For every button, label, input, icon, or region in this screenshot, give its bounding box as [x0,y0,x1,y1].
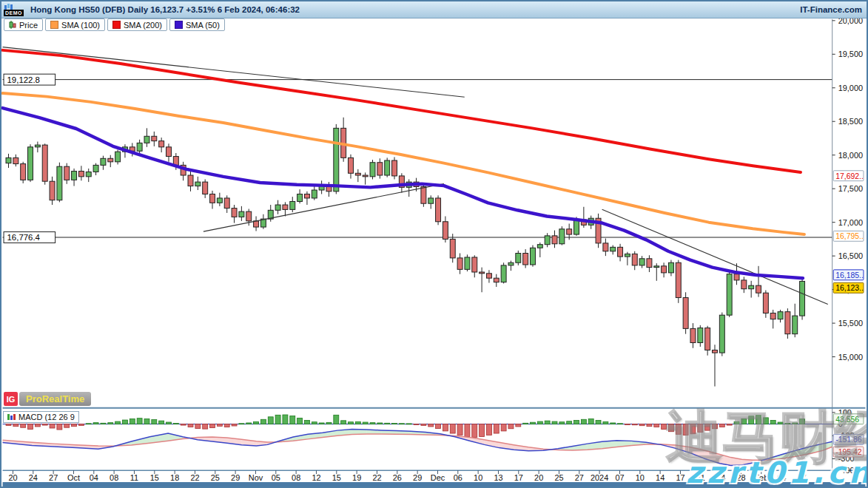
candle-down [713,350,718,353]
legend-sma50-tab[interactable]: SMA (50) [169,18,225,31]
macd-hist-down [450,424,455,434]
legend-sma200-tab[interactable]: SMA (200) [107,18,167,31]
macd-hist-up [588,418,593,424]
candle-up [35,145,40,147]
candle-down [203,182,208,194]
macd-hist-down [727,424,732,426]
price-tick-label: 15,500 [838,319,863,328]
macd-hist-up [596,421,601,424]
candle-down [21,164,26,180]
macd-hist-up [86,424,91,424]
macd-hist-down [217,424,222,427]
chart-window: 19,122.816,776.420,00019,50019,00018,500… [0,0,868,488]
price-tick-label: 15,000 [838,353,863,362]
candle-up [195,182,201,186]
time-tick-label: 25 [211,473,220,482]
macd-hist-up [254,421,259,424]
macd-hist-down [683,424,688,436]
sma200-swatch [112,21,121,29]
candle-down [632,254,637,265]
macd-hist-up [93,423,98,424]
legend-sma100-tab[interactable]: SMA (100) [45,18,105,31]
macd-hist-down [57,424,62,430]
macd-hist-up [326,422,332,424]
macd-hist-down [428,424,434,427]
macd-hist-up [392,424,397,424]
candle-down [486,274,491,278]
macd-hist-down [486,424,491,436]
demo-badge: DEMO [4,10,24,16]
macd-hist-up [312,422,317,424]
candle-down [734,274,739,280]
macd-indicator-label[interactable]: MACD (12 26 9 [3,411,79,423]
candle-down [210,194,215,203]
time-tick-label: Feb [754,473,768,482]
macd-panel[interactable]: 1000-100-300-400 [3,408,866,475]
macd-hist-up [137,418,142,424]
candle-down [763,293,768,313]
time-tick-label: 05 [272,473,280,482]
macd-hist-up [618,424,623,424]
sma100-line [3,93,804,234]
time-tick-label: 21 [696,473,705,482]
ig-logo-icon: IG [4,392,18,406]
chart-canvas[interactable]: 19,122.816,776.420,00019,50019,00018,500… [1,1,867,487]
macd-hist-up [770,421,776,424]
macd-hist-down [457,424,462,436]
time-tick-label: 19 [352,473,361,482]
candle-up [668,262,673,273]
macd-hist-up [268,417,273,424]
candle-down [785,312,790,334]
candle-down [304,194,309,197]
candle-up [719,315,724,353]
candle-up [115,152,121,162]
candle-down [457,258,462,269]
macd-hist-down [42,424,47,426]
macd-hist-up [385,423,390,424]
legend-sma200-label: SMA (200) [124,21,162,30]
time-tick-label: 18 [170,473,179,482]
time-tick-label: 24 [29,473,38,482]
candle-up [639,259,645,265]
macd-hist-down [647,424,652,427]
macd-hist-up [246,423,252,424]
trend-line [203,183,444,231]
macd-hist-up [793,423,798,424]
time-tick-label: 07 [615,473,624,482]
macd-hist-up [552,421,557,424]
sma50-polyline [3,108,803,278]
macd-hist-down [72,424,77,427]
price-tick-label: 16,500 [838,251,863,260]
macd-hist-up [778,422,783,424]
macd-hist-up [370,423,375,424]
price-tick-label: 19,000 [838,84,863,92]
macd-hist-down [465,424,470,437]
macd-hist-up [741,418,747,424]
candle-up [137,143,142,151]
legend-price-tab[interactable]: Price [4,18,43,31]
candle-down [480,272,485,274]
time-tick-label: 10 [636,473,645,482]
time-tick-label: 11 [130,473,138,482]
legend-bar: Price SMA (100) SMA (200) SMA (50) [4,18,225,31]
prorealtime-logo[interactable]: IG ProRealTime [4,392,91,406]
candle-down [662,266,667,273]
time-tick-label: 27 [575,473,584,482]
candle-up [793,316,798,334]
macd-hist-down [501,424,506,431]
time-tick-label: 29 [231,473,240,482]
macd-hist-up [581,419,586,424]
macd-tick-label: -400 [838,466,855,475]
time-tick-label: 08 [110,473,118,482]
macd-hist-down [705,424,710,431]
price-tick-label: 17,500 [838,184,863,193]
candle-down [42,145,47,181]
macd-hist-down [516,424,521,427]
macd-hist-up [319,423,324,424]
time-tick-label: 20 [534,473,543,482]
time-tick-label: 06 [454,473,462,482]
candle-down [705,328,710,350]
macd-hist-up [239,424,244,424]
macd-hist-up [363,422,368,424]
candlestick-series[interactable] [6,118,805,387]
